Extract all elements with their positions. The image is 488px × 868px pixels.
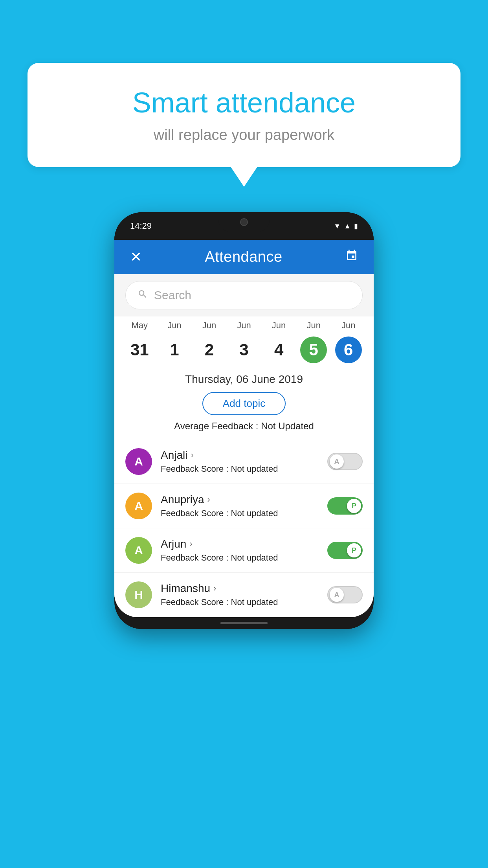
toggle-thumb: A — [330, 588, 344, 602]
avatar: A — [125, 537, 152, 564]
calendar-day-cell[interactable]: 31 — [122, 337, 157, 363]
calendar-month-cell: Jun — [261, 320, 296, 331]
student-name[interactable]: Anjali › — [161, 449, 319, 462]
calendar-icon[interactable] — [345, 249, 358, 265]
student-item[interactable]: A Anjali › Feedback Score : Not updated … — [114, 440, 374, 484]
speech-bubble-container: Smart attendance will replace your paper… — [28, 63, 460, 167]
chevron-right-icon: › — [191, 450, 193, 460]
student-list: A Anjali › Feedback Score : Not updated … — [114, 440, 374, 617]
calendar-day-cell[interactable]: 3 — [227, 337, 262, 363]
search-placeholder: Search — [154, 289, 191, 302]
day-number[interactable]: 2 — [196, 337, 222, 363]
feedback-score: Feedback Score : Not updated — [161, 464, 319, 474]
feedback-score: Feedback Score : Not updated — [161, 553, 319, 563]
calendar-month-cell: Jun — [227, 320, 262, 331]
day-number[interactable]: 4 — [266, 337, 292, 363]
status-bar: 14:29 ▼ ▲ ▮ — [114, 212, 374, 240]
feedback-score: Feedback Score : Not updated — [161, 597, 319, 607]
wifi-icon: ▼ — [334, 222, 341, 230]
student-info: Anjali › Feedback Score : Not updated — [161, 449, 319, 474]
status-icons: ▼ ▲ ▮ — [334, 222, 358, 230]
toggle-switch[interactable]: A — [327, 586, 363, 603]
toggle-thumb: P — [347, 499, 361, 513]
search-bar[interactable]: Search — [125, 281, 363, 309]
calendar-month-cell: Jun — [296, 320, 331, 331]
bottom-bar — [114, 617, 374, 629]
calendar-days-row: 31123456 — [114, 333, 374, 365]
attendance-toggle[interactable]: A — [327, 453, 363, 470]
day-number[interactable]: 6 — [335, 337, 362, 363]
day-number[interactable]: 3 — [231, 337, 257, 363]
calendar-day-cell[interactable]: 6 — [331, 337, 366, 363]
feedback-score: Feedback Score : Not updated — [161, 508, 319, 519]
calendar-day-cell[interactable]: 4 — [261, 337, 296, 363]
average-feedback-label: Average Feedback : Not Updated — [122, 421, 366, 432]
search-container: Search — [114, 274, 374, 316]
calendar-day-cell[interactable]: 2 — [192, 337, 227, 363]
student-name[interactable]: Arjun › — [161, 538, 319, 550]
calendar-month-cell: Jun — [192, 320, 227, 331]
attendance-toggle[interactable]: P — [327, 497, 363, 515]
student-info: Anupriya › Feedback Score : Not updated — [161, 493, 319, 519]
speech-title: Smart attendance — [55, 86, 433, 119]
home-indicator — [220, 622, 268, 624]
calendar-months-row: MayJunJunJunJunJunJun — [114, 316, 374, 333]
app-header: ✕ Attendance — [114, 240, 374, 274]
month-label: Jun — [272, 320, 286, 331]
speech-subtitle: will replace your paperwork — [55, 127, 433, 143]
day-number[interactable]: 31 — [126, 337, 153, 363]
feedback-value: Not Updated — [261, 421, 314, 431]
month-label: Jun — [167, 320, 181, 331]
student-item[interactable]: H Himanshu › Feedback Score : Not update… — [114, 573, 374, 617]
month-label: Jun — [341, 320, 355, 331]
status-time: 14:29 — [130, 221, 152, 231]
student-info: Arjun › Feedback Score : Not updated — [161, 538, 319, 563]
day-number[interactable]: 1 — [161, 337, 188, 363]
camera — [240, 218, 248, 226]
date-info: Thursday, 06 June 2019 Add topic Average… — [114, 365, 374, 440]
chevron-right-icon: › — [189, 539, 192, 549]
attendance-toggle[interactable]: P — [327, 542, 363, 559]
app-content: ✕ Attendance Search — [114, 240, 374, 617]
calendar-day-cell[interactable]: 5 — [296, 337, 331, 363]
toggle-thumb: A — [330, 454, 344, 469]
calendar-month-cell: May — [122, 320, 157, 331]
avatar: A — [125, 493, 152, 519]
signal-icon: ▲ — [344, 222, 351, 230]
app-title: Attendance — [205, 248, 282, 265]
chevron-right-icon: › — [213, 583, 216, 594]
toggle-switch[interactable]: P — [327, 542, 363, 559]
student-name[interactable]: Anupriya › — [161, 493, 319, 506]
phone-container: 14:29 ▼ ▲ ▮ ✕ Attendance — [114, 212, 374, 629]
speech-bubble: Smart attendance will replace your paper… — [28, 63, 460, 167]
avatar: H — [125, 581, 152, 608]
calendar-month-cell: Jun — [157, 320, 192, 331]
calendar-month-cell: Jun — [331, 320, 366, 331]
student-item[interactable]: A Arjun › Feedback Score : Not updated P — [114, 528, 374, 573]
month-label: Jun — [202, 320, 216, 331]
attendance-toggle[interactable]: A — [327, 586, 363, 603]
calendar-day-cell[interactable]: 1 — [157, 337, 192, 363]
selected-date-label: Thursday, 06 June 2019 — [122, 373, 366, 386]
toggle-switch[interactable]: P — [327, 497, 363, 515]
month-label: May — [132, 320, 148, 331]
notch — [218, 212, 270, 232]
student-name[interactable]: Himanshu › — [161, 582, 319, 595]
month-label: Jun — [306, 320, 320, 331]
day-number[interactable]: 5 — [300, 337, 327, 363]
phone-mockup: 14:29 ▼ ▲ ▮ ✕ Attendance — [114, 212, 374, 629]
student-info: Himanshu › Feedback Score : Not updated — [161, 582, 319, 607]
add-topic-button[interactable]: Add topic — [202, 392, 286, 415]
chevron-right-icon: › — [207, 495, 210, 505]
toggle-thumb: P — [347, 543, 361, 557]
student-item[interactable]: A Anupriya › Feedback Score : Not update… — [114, 484, 374, 528]
toggle-switch[interactable]: A — [327, 453, 363, 470]
search-icon — [138, 289, 148, 302]
month-label: Jun — [237, 320, 251, 331]
battery-icon: ▮ — [354, 222, 358, 230]
close-button[interactable]: ✕ — [130, 249, 142, 265]
avatar: A — [125, 448, 152, 475]
